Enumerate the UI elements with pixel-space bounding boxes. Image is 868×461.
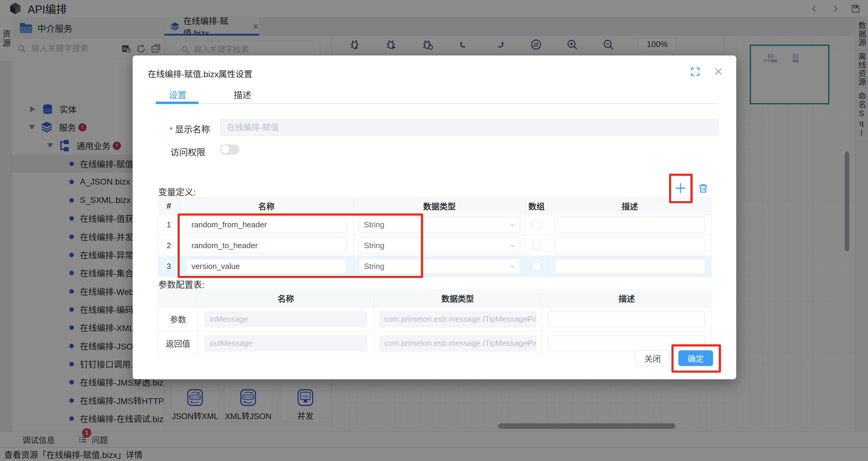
col-header-type: 数据类型 bbox=[354, 198, 526, 214]
variable-name-input[interactable] bbox=[186, 258, 346, 274]
chevron-down-icon bbox=[509, 221, 516, 228]
variable-description-input[interactable] bbox=[554, 258, 705, 274]
col-header-description: 描述 bbox=[548, 198, 712, 214]
array-checkbox[interactable] bbox=[532, 220, 541, 229]
row-index: 1 bbox=[159, 214, 179, 235]
dialog-tab-description[interactable]: 描述 bbox=[234, 88, 251, 101]
active-tab-underline bbox=[156, 102, 198, 104]
variable-row: 2 String bbox=[159, 235, 711, 256]
param-row: 返回值 com.primeton.esb.message.ITipMessage… bbox=[159, 331, 711, 356]
row-index: 2 bbox=[159, 235, 179, 256]
display-name-input[interactable] bbox=[220, 119, 719, 136]
variable-row: 1 String bbox=[159, 214, 711, 235]
col-header-array: 数组 bbox=[526, 198, 548, 214]
chevron-down-icon bbox=[525, 316, 532, 323]
params-table-header: 名称 数据类型 描述 bbox=[159, 290, 711, 307]
variables-table: # 名称 数据类型 数组 描述 1 String 2 String bbox=[158, 197, 712, 277]
chevron-down-icon bbox=[509, 242, 516, 249]
variables-table-header: # 名称 数据类型 数组 描述 bbox=[159, 198, 711, 214]
required-asterisk: * bbox=[169, 125, 173, 134]
variable-name-input[interactable] bbox=[186, 217, 346, 233]
param-name-input bbox=[205, 311, 367, 327]
col-header-name: 名称 bbox=[198, 290, 374, 307]
close-icon[interactable] bbox=[713, 66, 723, 78]
variable-type-select[interactable]: String bbox=[359, 258, 520, 274]
variable-description-input[interactable] bbox=[554, 217, 705, 233]
variables-section-label: 变量定义: bbox=[158, 185, 196, 198]
params-table: 名称 数据类型 描述 参数 com.primeton.esb.message.I… bbox=[158, 289, 712, 356]
col-header-type: 数据类型 bbox=[374, 290, 541, 307]
param-description-input[interactable] bbox=[549, 311, 705, 327]
param-type-select: com.primeton.esb.message.ITipMessagePay bbox=[379, 336, 536, 351]
array-checkbox[interactable] bbox=[532, 241, 541, 250]
col-header-description: 描述 bbox=[541, 290, 712, 307]
close-button[interactable]: 关闭 bbox=[636, 350, 670, 366]
variable-description-input[interactable] bbox=[554, 238, 705, 253]
variable-type-select[interactable]: String bbox=[359, 238, 520, 253]
tabs-divider bbox=[151, 103, 718, 104]
chevron-down-icon bbox=[509, 263, 516, 270]
access-permission-toggle[interactable] bbox=[220, 145, 239, 155]
param-name-input bbox=[205, 336, 367, 351]
param-row-label: 返回值 bbox=[159, 331, 198, 356]
chevron-down-icon bbox=[525, 340, 532, 347]
confirm-button[interactable]: 确定 bbox=[678, 350, 713, 366]
param-description-input[interactable] bbox=[549, 336, 705, 351]
param-row: 参数 com.primeton.esb.message.ITipMessageP… bbox=[159, 307, 711, 331]
display-name-label: *显示名称 bbox=[169, 122, 210, 135]
param-row-label: 参数 bbox=[159, 307, 198, 331]
variable-type-select[interactable]: String bbox=[359, 217, 520, 233]
params-section-label: 参数配置表: bbox=[158, 278, 205, 290]
variable-name-input[interactable] bbox=[186, 238, 346, 253]
dialog-title: 在线编排-赋值.bizx属性设置 bbox=[148, 67, 252, 80]
properties-dialog: 在线编排-赋值.bizx属性设置 设置 描述 *显示名称 访问权限 变量定义: … bbox=[133, 56, 736, 379]
add-variable-button[interactable] bbox=[673, 181, 688, 195]
row-index: 3 bbox=[159, 256, 179, 277]
fullscreen-icon[interactable] bbox=[690, 66, 701, 79]
toggle-knob bbox=[221, 145, 229, 154]
app-root: API编排 资源 中介服务 bbox=[0, 0, 868, 461]
param-type-select: com.primeton.esb.message.ITipMessagePay bbox=[379, 311, 536, 327]
col-header-name: 名称 bbox=[179, 198, 354, 214]
array-checkbox[interactable] bbox=[532, 262, 541, 271]
col-header-index: # bbox=[159, 198, 179, 214]
col-header-empty bbox=[159, 290, 198, 307]
access-permission-label: 访问权限 bbox=[170, 145, 205, 158]
dialog-tab-settings[interactable]: 设置 bbox=[169, 88, 186, 101]
variable-row-selected: 3 String bbox=[159, 256, 711, 277]
delete-variable-button[interactable] bbox=[696, 181, 710, 195]
